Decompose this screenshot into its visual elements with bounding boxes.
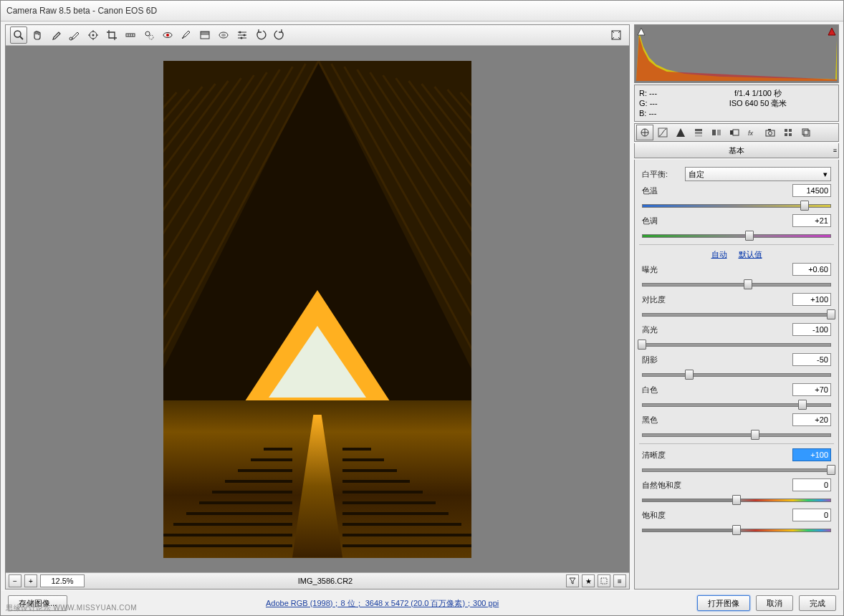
cancel-button[interactable]: 取消 bbox=[756, 595, 793, 611]
svg-point-13 bbox=[145, 32, 150, 36]
wb-label: 白平衡: bbox=[642, 169, 681, 180]
value-tint[interactable]: +21 bbox=[792, 214, 831, 227]
thumb-exposure[interactable] bbox=[744, 279, 752, 289]
wb-eyedropper-icon[interactable] bbox=[47, 27, 64, 44]
slider-saturation[interactable] bbox=[642, 524, 831, 534]
tab-detail-icon[interactable] bbox=[672, 125, 689, 140]
tab-fx-icon[interactable]: fx bbox=[744, 125, 761, 140]
thumb-clarity[interactable] bbox=[827, 465, 835, 475]
done-button[interactable]: 完成 bbox=[799, 595, 836, 611]
adjust-brush-icon[interactable] bbox=[178, 27, 195, 44]
menu-icon[interactable]: ≡ bbox=[613, 574, 626, 587]
thumb-blacks[interactable] bbox=[751, 430, 759, 440]
row-tint: 色调+21 bbox=[642, 214, 831, 227]
zoom-in-button[interactable]: + bbox=[24, 574, 37, 587]
thumb-temp[interactable] bbox=[800, 201, 809, 211]
crop-tool-icon[interactable] bbox=[103, 27, 120, 44]
value-saturation[interactable]: 0 bbox=[792, 509, 831, 521]
value-contrast[interactable]: +100 bbox=[792, 293, 831, 306]
tab-curve-icon[interactable] bbox=[654, 125, 671, 140]
zoom-tool-icon[interactable] bbox=[10, 27, 27, 44]
thumb-shadows[interactable] bbox=[685, 370, 694, 380]
tab-hsl-icon[interactable] bbox=[690, 125, 707, 140]
fullscreen-icon[interactable] bbox=[608, 27, 625, 44]
redeye-tool-icon[interactable] bbox=[159, 27, 176, 44]
auto-link[interactable]: 自动 bbox=[711, 250, 727, 259]
value-shadows[interactable]: -50 bbox=[792, 353, 831, 366]
zoom-out-button[interactable]: − bbox=[9, 574, 21, 587]
straighten-tool-icon[interactable] bbox=[122, 27, 139, 44]
value-clarity[interactable]: +100 bbox=[792, 448, 831, 461]
svg-rect-36 bbox=[730, 130, 733, 135]
slider-tint[interactable] bbox=[642, 230, 831, 240]
track-shadows bbox=[642, 373, 831, 377]
value-blacks[interactable]: +20 bbox=[792, 413, 831, 426]
slider-vibrance[interactable] bbox=[642, 494, 831, 504]
filter-icon[interactable] bbox=[566, 574, 579, 587]
value-highlights[interactable]: -100 bbox=[792, 323, 831, 336]
select-all-icon[interactable] bbox=[598, 574, 610, 587]
hand-tool-icon[interactable] bbox=[29, 27, 46, 44]
row-whites: 白色+70 bbox=[642, 383, 831, 396]
chevron-down-icon: ▾ bbox=[823, 170, 828, 179]
tab-basic-icon[interactable] bbox=[636, 125, 653, 140]
color-sampler-icon[interactable] bbox=[66, 27, 83, 44]
wb-select[interactable]: 自定 ▾ bbox=[685, 167, 831, 181]
thumb-saturation[interactable] bbox=[732, 525, 741, 535]
value-temp[interactable]: 14500 bbox=[792, 184, 831, 197]
svg-point-14 bbox=[149, 35, 153, 39]
tab-snapshots-icon[interactable] bbox=[797, 125, 815, 140]
svg-rect-34 bbox=[712, 130, 716, 135]
value-vibrance[interactable]: 0 bbox=[792, 478, 831, 491]
svg-point-25 bbox=[244, 34, 246, 37]
slider-whites[interactable] bbox=[642, 399, 831, 409]
workflow-link[interactable]: Adobe RGB (1998)；8 位； 3648 x 5472 (20.0 … bbox=[266, 599, 499, 607]
divider bbox=[639, 244, 834, 245]
targeted-adjust-icon[interactable] bbox=[85, 27, 102, 44]
graduated-filter-icon[interactable] bbox=[196, 27, 214, 44]
slider-blacks[interactable] bbox=[642, 429, 831, 439]
tab-presets-icon[interactable] bbox=[780, 125, 797, 140]
panel-menu-icon[interactable]: ≡ bbox=[833, 147, 835, 154]
preferences-icon[interactable] bbox=[234, 27, 251, 44]
svg-point-0 bbox=[14, 31, 21, 37]
slider-temp[interactable] bbox=[642, 200, 831, 210]
panel-title: 基本 bbox=[729, 145, 744, 156]
rating-icon[interactable]: ★ bbox=[582, 574, 595, 587]
radial-filter-icon[interactable] bbox=[215, 27, 232, 44]
slider-exposure[interactable] bbox=[642, 279, 831, 289]
histogram[interactable] bbox=[634, 24, 839, 83]
thumb-highlights[interactable] bbox=[638, 340, 646, 350]
toolbar bbox=[6, 25, 629, 46]
zoom-value[interactable]: 12.5% bbox=[40, 574, 85, 587]
tab-split-icon[interactable] bbox=[708, 125, 725, 140]
preview-area[interactable]: for(let i=0;i<24;i++){document.write('<d… bbox=[6, 46, 629, 572]
tab-camera-icon[interactable] bbox=[762, 125, 779, 140]
open-image-button[interactable]: 打开图像 bbox=[697, 595, 750, 611]
label-highlights: 高光 bbox=[642, 324, 681, 335]
slider-contrast[interactable] bbox=[642, 309, 831, 319]
main-row: for(let i=0;i<24;i++){document.write('<d… bbox=[1, 21, 843, 591]
tab-lens-icon[interactable] bbox=[726, 125, 743, 140]
shadow-clip-icon[interactable] bbox=[636, 27, 646, 37]
rotate-ccw-icon[interactable] bbox=[252, 27, 269, 44]
thumb-tint[interactable] bbox=[745, 231, 754, 241]
thumb-whites[interactable] bbox=[798, 400, 807, 410]
thumb-vibrance[interactable] bbox=[732, 495, 741, 505]
svg-rect-46 bbox=[802, 129, 808, 135]
track-clarity bbox=[642, 468, 831, 472]
camera-raw-window: Camera Raw 8.5 beta - Canon EOS 6D bbox=[0, 0, 844, 616]
slider-shadows[interactable] bbox=[642, 369, 831, 379]
thumb-contrast[interactable] bbox=[827, 309, 835, 319]
slider-highlights[interactable] bbox=[642, 339, 831, 349]
value-exposure[interactable]: +0.60 bbox=[792, 263, 831, 276]
highlight-clip-icon[interactable] bbox=[827, 27, 837, 37]
r-readout: R: --- bbox=[639, 88, 682, 98]
panel-tabs: fx bbox=[634, 123, 839, 142]
spot-removal-icon[interactable] bbox=[140, 27, 158, 44]
slider-clarity[interactable] bbox=[642, 464, 831, 474]
svg-rect-44 bbox=[785, 133, 787, 136]
value-whites[interactable]: +70 bbox=[792, 383, 831, 396]
default-link[interactable]: 默认值 bbox=[739, 250, 762, 259]
rotate-cw-icon[interactable] bbox=[271, 27, 288, 44]
